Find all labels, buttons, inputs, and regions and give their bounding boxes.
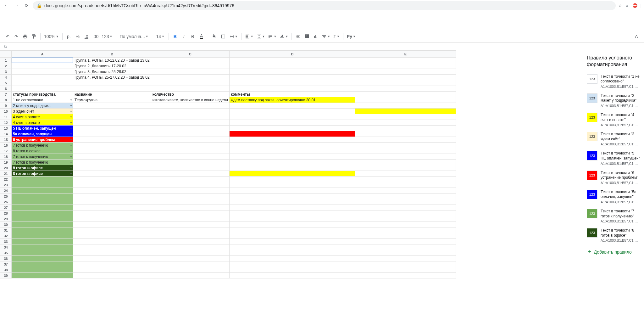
cell[interactable] [230,199,355,205]
cell[interactable] [355,177,456,182]
cell[interactable] [12,267,73,273]
cell[interactable] [73,126,151,131]
cell[interactable] [355,267,456,273]
cell[interactable] [355,75,456,80]
cell[interactable] [230,239,355,244]
cell[interactable] [355,126,456,131]
cell[interactable]: Группа 3. Диагносты 25-28.02 [73,69,151,75]
cell[interactable] [151,80,229,86]
cell[interactable] [230,188,355,194]
column-header[interactable]: A [12,51,73,58]
cell[interactable] [230,233,355,239]
cell[interactable] [230,210,355,216]
cell[interactable]: статусы производства [12,92,73,97]
row-header[interactable]: 22 [0,177,12,182]
cell[interactable]: количество [151,92,229,97]
cell[interactable] [12,63,73,69]
cell[interactable] [73,165,151,171]
cell[interactable] [12,86,73,92]
italic-button[interactable]: I [180,32,188,41]
cell[interactable]: 4 счет в оплате▼ [12,120,73,126]
cell[interactable] [230,244,355,250]
row-header[interactable]: 20 [0,165,12,171]
cell[interactable] [151,131,229,137]
cell[interactable] [355,80,456,86]
cell[interactable] [355,120,456,126]
forward-button[interactable]: → [13,2,20,9]
cell[interactable] [73,250,151,256]
cell[interactable] [12,273,73,278]
cell[interactable] [151,103,229,109]
url-bar[interactable]: 🔒 docs.google.com/spreadsheets/d/1hMsTGs… [33,1,616,10]
cell[interactable] [230,160,355,165]
cell[interactable] [73,154,151,160]
dropdown-arrow-icon[interactable]: ▼ [70,121,72,124]
row-header[interactable]: 16 [0,143,12,148]
cell[interactable] [230,109,355,114]
format-rule[interactable]: 123 Текст в точности "8 готов в офисе" A… [587,226,640,245]
paint-format-button[interactable] [30,32,38,41]
cell[interactable] [73,109,151,114]
cell[interactable] [355,261,456,267]
align-button[interactable]: ▼ [244,32,254,41]
row-header[interactable]: 34 [0,244,12,250]
comment-button[interactable] [303,32,311,41]
cell[interactable] [230,273,355,278]
row-header[interactable]: 36 [0,256,12,261]
dropdown-arrow-icon[interactable]: ▼ [70,149,72,152]
dropdown-arrow-icon[interactable]: ▼ [70,127,72,130]
cell[interactable] [151,69,229,75]
cell[interactable] [230,216,355,222]
cell[interactable] [230,227,355,233]
cell[interactable] [151,216,229,222]
cell[interactable] [73,143,151,148]
cell[interactable] [355,194,456,199]
print-button[interactable] [21,32,29,41]
cell[interactable]: 7 готов к получению▼ [12,143,73,148]
cell[interactable] [12,261,73,267]
cell[interactable] [230,75,355,80]
cell[interactable] [73,86,151,92]
column-header[interactable]: B [73,51,151,58]
cell[interactable] [73,194,151,199]
cell[interactable] [151,120,229,126]
dropdown-arrow-icon[interactable]: ▼ [70,138,72,141]
cell[interactable] [151,63,229,69]
dropdown-arrow-icon[interactable]: ▼ [70,161,72,164]
cell[interactable] [151,171,229,177]
cell[interactable] [73,114,151,120]
format-rule[interactable]: 123 Текст в точности "5 НЕ оплачен, запу… [587,149,640,168]
cell[interactable]: 8 готов в офисе▼ [12,171,73,177]
cell[interactable] [151,137,229,143]
format-rule[interactable]: 123 Текст в точности "7 готов к получени… [587,206,640,226]
cell[interactable] [151,267,229,273]
cell[interactable] [355,222,456,227]
row-header[interactable]: 29 [0,216,12,222]
cell[interactable]: 1 не согласовано▼ [12,97,73,103]
row-header[interactable]: 25 [0,194,12,199]
cell[interactable] [12,58,73,63]
cell[interactable] [151,256,229,261]
reload-button[interactable]: ⟳ [23,2,30,9]
cell[interactable] [151,205,229,210]
cell[interactable] [73,148,151,154]
cell[interactable]: ждем поставку под заказ, ориентировочно … [230,97,355,103]
cell[interactable] [151,114,229,120]
cell[interactable] [151,126,229,131]
row-header[interactable]: 31 [0,227,12,233]
functions-button[interactable]: Σ▼ [332,32,341,41]
row-header[interactable]: 17 [0,148,12,154]
cell[interactable] [73,216,151,222]
cell[interactable] [73,137,151,143]
cell[interactable]: 7 готов к получению▼ [12,160,73,165]
row-header[interactable]: 14 [0,131,12,137]
cell[interactable] [355,160,456,165]
cell[interactable] [151,273,229,278]
font-size-dropdown[interactable]: 14▼ [155,32,166,41]
cell[interactable] [355,171,456,177]
cell[interactable]: Группа 2. Диагносты 17-20.02 [73,63,151,69]
cell[interactable] [355,227,456,233]
cell[interactable]: 8 готов в офисе▼ [12,148,73,154]
cell[interactable] [73,171,151,177]
cell[interactable] [12,75,73,80]
